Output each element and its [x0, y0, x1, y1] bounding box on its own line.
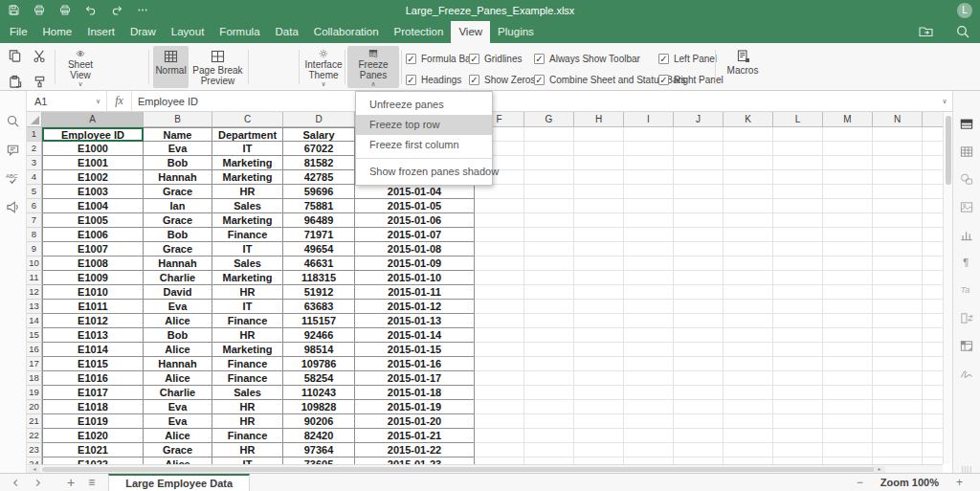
- cell-I21[interactable]: [624, 414, 674, 429]
- cell-A16[interactable]: E1014: [42, 343, 144, 357]
- cell-C17[interactable]: Finance: [212, 357, 283, 371]
- cell-O16[interactable]: [923, 343, 943, 357]
- cell-A8[interactable]: E1006: [42, 228, 144, 242]
- normal-view-button[interactable]: Normal: [153, 46, 189, 88]
- text-art-settings-icon[interactable]: Ta: [959, 282, 974, 298]
- cell-L6[interactable]: [773, 199, 823, 213]
- cell-D22[interactable]: 82420: [283, 429, 355, 443]
- checkbox-formula-bar[interactable]: ✓Formula Bar: [406, 48, 474, 69]
- cell-J12[interactable]: [674, 285, 724, 300]
- cell-K22[interactable]: [724, 429, 773, 443]
- cell-L12[interactable]: [773, 285, 823, 300]
- cell-L14[interactable]: [773, 314, 823, 328]
- shape-settings-icon[interactable]: [959, 171, 974, 187]
- cell-J1[interactable]: [674, 127, 724, 142]
- row-header-6[interactable]: 6: [27, 199, 42, 213]
- cell-G14[interactable]: [524, 314, 574, 328]
- cell-B3[interactable]: Bob: [144, 156, 212, 170]
- checkbox-right-panel[interactable]: ✓Right Panel: [658, 69, 724, 90]
- cell-N18[interactable]: [873, 371, 923, 386]
- cell-N9[interactable]: [873, 242, 923, 257]
- cell-H5[interactable]: [574, 185, 624, 199]
- cell-C7[interactable]: Marketing: [212, 213, 283, 228]
- cell-I5[interactable]: [624, 185, 674, 199]
- cell-A22[interactable]: E1020: [42, 429, 144, 443]
- cell-G15[interactable]: [524, 328, 574, 343]
- cell-A14[interactable]: E1012: [42, 314, 144, 328]
- cell-E24[interactable]: 2015-01-23: [355, 458, 475, 464]
- cell-L17[interactable]: [773, 357, 823, 371]
- cell-I8[interactable]: [624, 228, 674, 242]
- row-header-9[interactable]: 9: [27, 242, 42, 257]
- cell-K8[interactable]: [724, 228, 773, 242]
- cell-G11[interactable]: [524, 271, 574, 285]
- cell-F22[interactable]: [475, 429, 524, 443]
- cell-A7[interactable]: E1005: [42, 213, 144, 228]
- cell-G5[interactable]: [524, 185, 574, 199]
- cell-L7[interactable]: [773, 213, 823, 228]
- cell-J8[interactable]: [674, 228, 724, 242]
- prev-sheet-icon[interactable]: [11, 479, 20, 487]
- cell-J5[interactable]: [674, 185, 724, 199]
- cell-M2[interactable]: [823, 142, 873, 156]
- cell-F5[interactable]: [475, 185, 524, 199]
- cell-K3[interactable]: [724, 156, 773, 170]
- cell-F12[interactable]: [475, 285, 524, 300]
- cell-O17[interactable]: [923, 357, 943, 371]
- cell-L4[interactable]: [773, 170, 823, 185]
- cell-K4[interactable]: [724, 170, 773, 185]
- cell-H9[interactable]: [574, 242, 624, 257]
- cell-G10[interactable]: [524, 257, 574, 271]
- cell-I3[interactable]: [624, 156, 674, 170]
- menu-tab-plugins[interactable]: Plugins: [490, 21, 542, 43]
- cell-J7[interactable]: [674, 213, 724, 228]
- cell-H15[interactable]: [574, 328, 624, 343]
- cell-M4[interactable]: [823, 170, 873, 185]
- cell-E8[interactable]: 2015-01-07: [355, 228, 475, 242]
- cell-E14[interactable]: 2015-01-13: [355, 314, 475, 328]
- cell-J13[interactable]: [674, 300, 724, 314]
- row-header-8[interactable]: 8: [27, 228, 42, 242]
- cell-C21[interactable]: HR: [212, 414, 283, 429]
- cell-A2[interactable]: E1000: [42, 142, 144, 156]
- menu-item-show-frozen-panes-shadow[interactable]: Show frozen panes shadow: [356, 162, 492, 182]
- cell-M8[interactable]: [823, 228, 873, 242]
- cell-A15[interactable]: E1013: [42, 328, 144, 343]
- slicer-settings-icon[interactable]: [959, 310, 974, 325]
- cell-C11[interactable]: Marketing: [212, 271, 283, 285]
- cell-I23[interactable]: [624, 443, 674, 458]
- cell-M23[interactable]: [823, 443, 873, 458]
- user-avatar[interactable]: L: [957, 3, 972, 18]
- cell-C12[interactable]: HR: [212, 285, 283, 300]
- cell-F17[interactable]: [475, 357, 524, 371]
- cell-settings-icon[interactable]: [959, 116, 974, 131]
- cell-K11[interactable]: [724, 271, 773, 285]
- cell-E22[interactable]: 2015-01-21: [355, 429, 475, 443]
- cell-I19[interactable]: [624, 386, 674, 400]
- menu-item-unfreeze-panes[interactable]: Unfreeze panes: [356, 95, 492, 115]
- cell-B6[interactable]: Ian: [144, 199, 212, 213]
- cell-O23[interactable]: [923, 443, 943, 458]
- cell-H22[interactable]: [574, 429, 624, 443]
- macros-button[interactable]: Macros: [721, 46, 765, 88]
- cell-M7[interactable]: [823, 213, 873, 228]
- cell-J23[interactable]: [674, 443, 724, 458]
- cell-D1[interactable]: Salary: [283, 127, 355, 142]
- spellcheck-icon[interactable]: ABC: [6, 170, 21, 186]
- column-header-K[interactable]: K: [724, 112, 773, 127]
- cell-F20[interactable]: [475, 400, 524, 414]
- cell-M21[interactable]: [823, 414, 873, 429]
- cell-N3[interactable]: [873, 156, 923, 170]
- cell-O4[interactable]: [923, 170, 943, 185]
- menu-tab-collaboration[interactable]: Collaboration: [306, 21, 387, 43]
- cell-G9[interactable]: [524, 242, 574, 257]
- cell-I11[interactable]: [624, 271, 674, 285]
- cell-N1[interactable]: [873, 127, 923, 142]
- cell-F13[interactable]: [475, 300, 524, 314]
- cell-A20[interactable]: E1018: [42, 400, 144, 414]
- cell-H8[interactable]: [574, 228, 624, 242]
- cell-M15[interactable]: [823, 328, 873, 343]
- cell-K13[interactable]: [724, 300, 773, 314]
- search-icon[interactable]: [6, 113, 21, 128]
- cell-D21[interactable]: 90206: [283, 414, 355, 429]
